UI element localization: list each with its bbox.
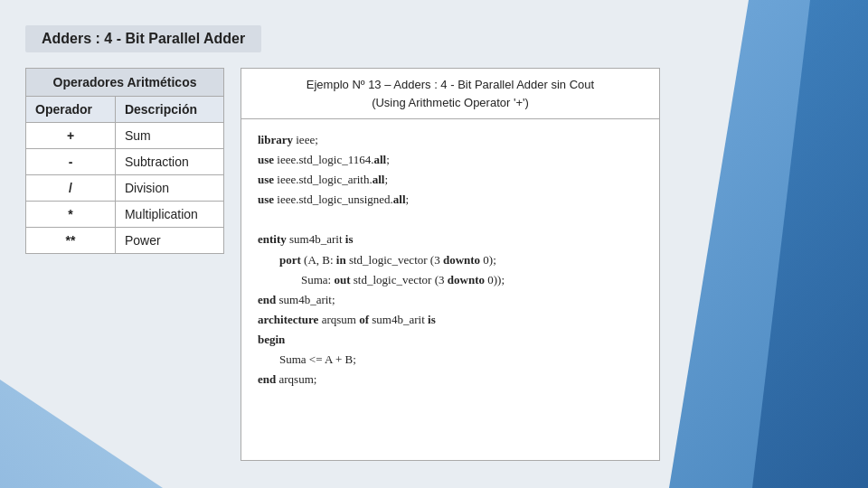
table-body: +Sum-Subtraction/Division*Multiplication… (26, 123, 224, 254)
table-row: **Power (26, 228, 224, 254)
code-line: architecture arqsum of sum4b_arit is (258, 310, 643, 330)
code-line: library ieee; (258, 130, 643, 150)
code-line: use ieee.std_logic_unsigned.all; (258, 190, 643, 210)
table-cell-operator: / (26, 175, 116, 202)
code-line: use ieee.std_logic_1164.all; (258, 150, 643, 170)
table-row: *Multiplication (26, 202, 224, 228)
code-box: library ieee;use ieee.std_logic_1164.all… (241, 118, 660, 461)
code-line: port (A, B: in std_logic_vector (3 downt… (258, 250, 643, 270)
code-line: Suma <= A + B; (258, 350, 643, 370)
table-section: Operadores Aritméticos Operador Descripc… (25, 68, 224, 461)
main-content: Operadores Aritméticos Operador Descripc… (25, 68, 660, 461)
operators-table: Operador Descripción +Sum-Subtraction/Di… (25, 96, 224, 254)
code-header: Ejemplo Nº 13 – Adders : 4 - Bit Paralle… (241, 68, 660, 118)
code-line: entity sum4b_arit is (258, 230, 643, 249)
table-cell-description: Subtraction (115, 149, 223, 175)
code-line: use ieee.std_logic_arith.all; (258, 170, 643, 190)
code-section: Ejemplo Nº 13 – Adders : 4 - Bit Paralle… (241, 68, 660, 461)
table-header-row: Operador Descripción (26, 97, 224, 123)
table-row: /Division (26, 175, 224, 202)
table-cell-operator: + (26, 123, 116, 149)
code-line (258, 210, 643, 230)
code-line: end sum4b_arit; (258, 290, 643, 310)
table-row: +Sum (26, 123, 224, 149)
page-title-bar: Adders : 4 - Bit Parallel Adder (25, 25, 261, 52)
page-title: Adders : 4 - Bit Parallel Adder (42, 31, 245, 46)
code-header-line2: (Using Arithmetic Operator '+') (256, 94, 645, 112)
col-header-operator: Operador (26, 97, 116, 123)
table-cell-operator: * (26, 202, 116, 228)
table-row: -Subtraction (26, 149, 224, 175)
table-cell-operator: - (26, 149, 116, 175)
code-line: Suma: out std_logic_vector (3 downto 0))… (258, 270, 643, 290)
table-cell-operator: ** (26, 228, 116, 254)
table-cell-description: Sum (115, 123, 223, 149)
table-cell-description: Power (115, 228, 223, 254)
col-header-description: Descripción (115, 97, 223, 123)
code-header-line1: Ejemplo Nº 13 – Adders : 4 - Bit Paralle… (256, 76, 645, 94)
table-cell-description: Multiplication (115, 202, 223, 228)
table-title: Operadores Aritméticos (25, 68, 224, 96)
table-cell-description: Division (115, 175, 223, 202)
code-line: begin (258, 330, 643, 350)
code-line: end arqsum; (258, 370, 643, 389)
